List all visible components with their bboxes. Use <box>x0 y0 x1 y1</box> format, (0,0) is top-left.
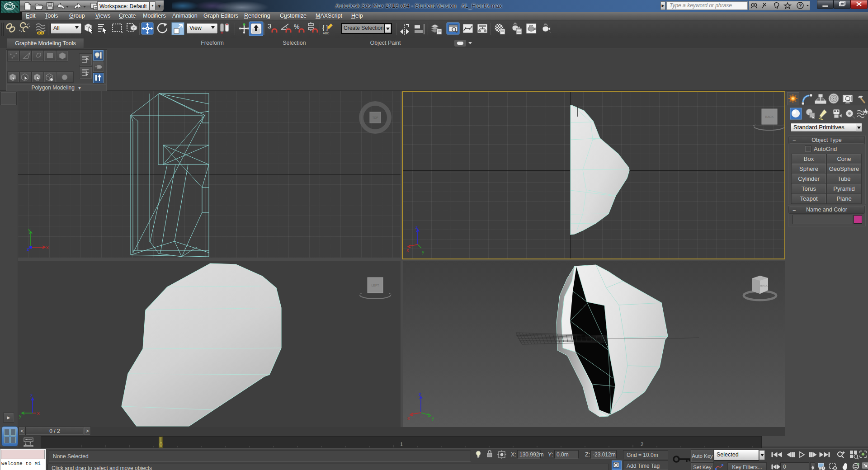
svg-text:2: 2 <box>641 442 643 447</box>
svg-text:y: y <box>28 227 31 232</box>
svg-text:x: x <box>406 247 409 253</box>
svg-text:x: x <box>46 244 49 250</box>
svg-text:z: z <box>30 394 33 398</box>
svg-text:ABC: ABC <box>323 32 329 35</box>
svg-text:1: 1 <box>400 442 403 447</box>
svg-text:y: y <box>422 249 425 254</box>
svg-text:TOP: TOP <box>372 116 378 119</box>
svg-text:?: ? <box>799 3 802 8</box>
svg-text:x: x <box>407 415 410 421</box>
svg-text:y: y <box>19 413 22 418</box>
svg-text:LEFT: LEFT <box>371 284 379 287</box>
svg-text:BACK: BACK <box>760 284 768 287</box>
svg-text:z: z <box>415 226 418 230</box>
svg-text:%: % <box>294 23 299 30</box>
svg-text:N: N <box>374 101 377 105</box>
svg-text:y: y <box>432 415 434 421</box>
svg-text:x: x <box>37 410 40 416</box>
svg-text:z: z <box>419 392 421 397</box>
svg-text:z: z <box>27 246 29 252</box>
svg-text:3: 3 <box>268 22 271 30</box>
svg-text:BACK: BACK <box>765 115 774 118</box>
